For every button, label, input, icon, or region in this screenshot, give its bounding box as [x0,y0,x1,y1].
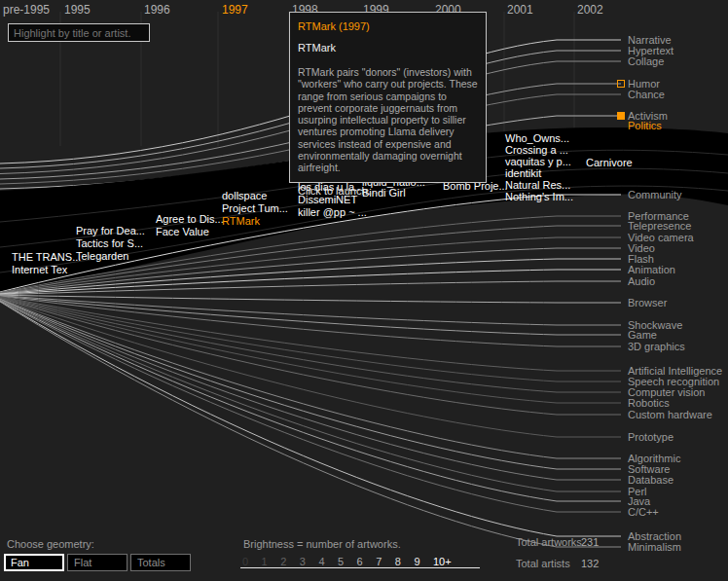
brightness-scale-value: 6 [357,556,363,567]
activism-marker-icon [617,112,625,120]
tooltip-artist: RTMark [298,42,478,54]
artwork-label[interactable]: killer @pp ~ ... [298,206,367,218]
category-label-database[interactable]: Database [628,474,673,486]
artwork-label[interactable]: dollspace [222,190,267,201]
category-label-animation[interactable]: Animation [628,264,675,275]
total-artists-label: Total artists [516,558,570,569]
year-label: pre-1995 [3,3,50,17]
tooltip-launch-link[interactable]: Click to launch. [298,185,478,197]
brightness-legend-label: Brightness = number of artworks. [243,538,401,550]
geometry-totals-button[interactable]: Totals [130,554,191,571]
category-label-c-c-[interactable]: C/C++ [628,506,659,518]
tooltip-description: RTMark pairs "donors" (investors) with "… [298,66,481,174]
category-fan-line[interactable] [0,300,621,491]
brightness-scale-value: 8 [395,556,401,567]
year-label: 2002 [577,3,603,17]
brightness-scale-value: 9 [414,556,419,567]
idea-line-visualization: pre-199519951996199719981999200020012002… [0,0,728,581]
category-label-minimalism[interactable]: Minimalism [628,541,681,553]
category-label-telepresence[interactable]: Telepresence [628,220,691,232]
artwork-label[interactable]: THE TRANS... [12,251,81,263]
category-label-politics[interactable]: Politics [628,120,662,131]
category-label-browser[interactable]: Browser [628,297,667,309]
tooltip-title: RTMark (1997) [298,20,478,32]
artwork-label[interactable]: vaquitas y p... [505,156,571,167]
category-label-robotics[interactable]: Robotics [628,397,670,409]
artwork-label[interactable]: Crossing a ... [505,144,568,156]
total-artworks-value: 231 [581,536,599,548]
brightness-scale-value: 1 [262,556,268,567]
artwork-tooltip[interactable]: RTMark (1997) RTMark RTMark pairs "donor… [289,12,487,183]
category-fan-line[interactable] [0,301,621,512]
search-input[interactable] [8,23,150,42]
artwork-label[interactable]: Internet Tex [12,264,67,275]
artwork-label[interactable]: Natural Res... [505,179,570,191]
brightness-scale-value: 4 [318,556,324,567]
artwork-label[interactable]: Face Value [156,226,209,237]
category-label-custom-hardware[interactable]: Custom hardware [628,409,712,420]
artwork-label[interactable]: Telegarden [76,250,128,262]
year-label: 1997 [222,3,248,17]
category-fan-line[interactable] [0,302,621,547]
geometry-fan-button[interactable]: Fan [4,554,64,571]
brightness-scale-value: 3 [300,556,306,567]
humor-marker-icon [617,80,625,88]
brightness-scale-value: 0 [242,556,248,567]
brightness-scale-rule [240,567,480,568]
category-fan-line[interactable] [0,299,621,458]
artwork-label[interactable]: Who_Owns... [505,132,569,144]
choose-geometry-label: Choose geometry: [7,538,94,550]
artwork-label[interactable]: Carnivore [586,157,633,168]
brightness-scale-value: 7 [376,556,382,567]
year-label: 2001 [507,3,533,17]
category-fan-line[interactable] [0,295,621,303]
artwork-label[interactable]: RTMark [222,215,260,227]
category-label-game[interactable]: Game [628,329,657,341]
category-label-audio[interactable]: Audio [628,275,655,287]
geometry-flat-button[interactable]: Flat [67,554,127,571]
artwork-label[interactable]: Project Tum... [222,202,288,214]
year-label: 1995 [64,3,91,17]
category-label-3d-graphics[interactable]: 3D graphics [628,341,685,352]
artwork-label[interactable]: Agree to Dis... [156,213,224,225]
total-artists-value: 132 [581,558,599,569]
category-label-prototype[interactable]: Prototype [628,431,673,443]
category-label-collage[interactable]: Collage [628,55,664,67]
year-label: 1996 [144,3,170,17]
brightness-scale-value: 10+ [433,556,452,567]
artwork-label[interactable]: Tactics for S... [76,237,143,249]
category-fan-line[interactable] [0,302,621,536]
total-artworks-label: Total artworks [516,536,582,548]
brightness-scale-value: 2 [280,556,286,567]
artwork-label[interactable]: identikit [505,167,541,179]
category-label-community[interactable]: Community [628,189,682,200]
category-label-chance[interactable]: Chance [628,89,665,100]
brightness-scale-value: 5 [338,556,344,567]
artwork-label[interactable]: Nothing's Im... [505,191,573,202]
artwork-label[interactable]: Pray for Dea... [76,225,145,236]
